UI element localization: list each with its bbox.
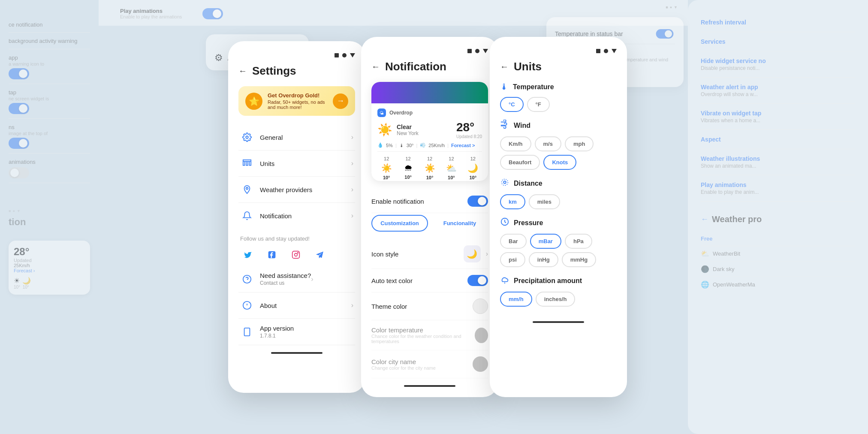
instagram-icon[interactable] [288,247,304,262]
auto-text-color-label: Auto text color [371,277,413,284]
color-temp-row: Color temperature Chance color for the w… [371,320,488,350]
app-version-value: 1.7.8.1 [260,333,294,339]
color-temp-sub: Chance color for the weather condition a… [371,334,475,344]
telegram-icon[interactable] [312,247,328,262]
bg-right-aspect: Aspect [701,130,855,149]
pressure-mmhg-btn[interactable]: mmHg [562,252,596,267]
units-chevron-icon: › [351,160,353,167]
notif-status-square [467,49,472,53]
svg-point-2 [246,187,248,190]
color-city-row: Color city name Change color for the cit… [371,350,488,378]
units-status-square [596,49,600,53]
notif-status-bar [371,49,488,53]
pressure-section-icon [500,217,509,229]
menu-item-weather-providers[interactable]: Weather providers › [238,177,355,203]
general-chevron-icon: › [351,133,353,141]
icon-style-chevron: › [486,250,488,258]
pressure-buttons-1: Bar mBar hPa [500,234,617,249]
notif-status-dot [475,49,479,53]
weather-preview-header [371,82,488,103]
auto-text-color-toggle[interactable] [467,275,488,286]
thermometer-icon: 🌡 [399,143,404,148]
menu-item-assistance[interactable]: Need assistance? Contact us › [238,266,355,292]
temp-celsius-btn[interactable]: °C [500,97,524,112]
hourly-item-1: 12 🌧 10° [399,156,417,180]
enable-notification-row: Enable notification [371,190,488,213]
facebook-icon[interactable] [264,247,280,262]
units-back-button[interactable]: ← [500,62,509,72]
bg-right-hide-widget: Hide widget service no Disable persistan… [701,51,855,78]
svg-point-15 [502,179,508,186]
distance-km-btn[interactable]: km [500,194,525,209]
wind-value: 25Km/h [428,143,445,148]
gold-banner[interactable]: ⭐ Get Overdrop Gold! Radar, 50+ widgets,… [238,86,355,116]
units-screen: ← Units 🌡 Temperature °C °F [490,37,627,397]
notif-home-indicator [404,385,455,387]
distance-section: Distance km miles [500,178,617,209]
distance-buttons: km miles [500,194,617,209]
about-label: About [260,302,351,309]
wind-icon: 💨 [420,142,426,148]
wind-kmh-btn[interactable]: Km/h [500,136,531,151]
svg-point-0 [246,136,248,139]
distance-miles-btn[interactable]: miles [529,194,560,209]
units-status-triangle [612,49,617,53]
menu-item-about[interactable]: About › [238,292,355,319]
pressure-psi-btn[interactable]: psi [500,252,525,267]
temp-fahrenheit-btn[interactable]: °F [527,97,550,112]
precip-mmh-btn[interactable]: mm/h [500,292,532,307]
follow-section: Follow us and stay updated! [238,229,355,266]
precipitation-section-title: Precipitation amount [514,277,582,285]
color-city-label: Color city name [371,358,436,365]
assistance-icon [240,272,254,286]
bg-left-panel: ce notification background activity warn… [0,0,99,434]
wind-beaufort-btn[interactable]: Beaufort [500,155,540,170]
gold-arrow-icon[interactable]: → [333,93,348,109]
menu-item-notification[interactable]: Notification › [238,203,355,229]
weather-temp: 28° [456,121,482,134]
menu-units-label: Units [260,160,351,167]
wind-ms-btn[interactable]: m/s [535,136,561,151]
wind-mph-btn[interactable]: mph [565,136,594,151]
notification-screen: ← Notification 🌤 Overdrop ☀️ Clear [361,37,498,397]
bg-right-panel: Refresh interval Services Hide widget se… [688,0,868,434]
bg-left-item: animations [9,154,90,183]
enable-notification-toggle[interactable] [467,196,488,207]
pressure-bar-btn[interactable]: Bar [500,234,527,249]
menu-item-app-version[interactable]: App version 1.7.8.1 [238,319,355,345]
temperature-section-icon: 🌡 [500,82,509,92]
bg-left-item: ce notification [9,17,90,33]
svg-rect-12 [244,328,250,335]
twitter-icon[interactable] [240,247,256,262]
weather-condition: Clear [397,124,419,130]
settings-back-button[interactable]: ← [238,66,247,76]
bg-left-item: ns image at the top of [9,119,90,154]
forecast-link[interactable]: Forecast > [451,143,475,148]
wind-knots-btn[interactable]: Knots [543,155,576,170]
about-chevron-icon: › [351,301,353,309]
hourly-item-3: 12 ⛅ 10° [442,156,460,180]
units-header: ← Units [500,60,617,73]
menu-item-units[interactable]: Units › [238,151,355,177]
notification-back-button[interactable]: ← [371,62,380,72]
follow-label: Follow us and stay updated! [240,235,353,242]
units-status-bar [500,49,617,53]
icon-style-row: Icon style 🌙 › [371,239,488,269]
app-version-label: App version [260,325,294,332]
app-version-icon [240,325,254,339]
bg-right-weather-alert: Weather alert in app Overdrop will show … [701,78,855,104]
theme-color-picker[interactable] [473,298,488,314]
menu-item-general[interactable]: General › [238,124,355,151]
pressure-inhg-btn[interactable]: inHg [529,252,558,267]
settings-menu: General › Units › [238,124,355,229]
temperature-buttons: °C °F [500,97,617,112]
svg-rect-1 [243,160,251,162]
pressure-mbar-btn[interactable]: mBar [530,234,561,249]
precip-inchh-btn[interactable]: inches/h [536,292,576,307]
pressure-hpa-btn[interactable]: hPa [565,234,592,249]
tab-customization[interactable]: Customization [371,215,428,232]
hourly-forecast: 12 ☀️ 10° 12 🌧 10° 12 ☀️ 10° [377,152,482,180]
svg-rect-4 [292,251,300,259]
tab-functionality[interactable]: Funcionality [431,215,488,232]
weather-preview-card: 🌤 Overdrop ☀️ Clear New York 28° [371,82,488,181]
